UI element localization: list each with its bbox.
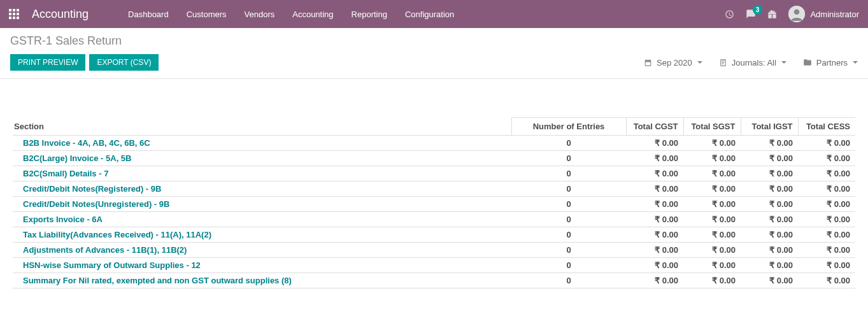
section-link[interactable]: HSN-wise Summary of Outward Supplies - 1… [13, 258, 511, 273]
cell-cess: ₹ 0.00 [798, 166, 855, 181]
section-link[interactable]: Exports Invoice - 6A [13, 212, 511, 227]
filter-date-label: Sep 2020 [657, 58, 692, 67]
cell-entries: 0 [511, 243, 626, 258]
table-row: Credit/Debit Notes(Unregistered) - 9B0₹ … [13, 197, 855, 212]
app-name[interactable]: Accounting [32, 8, 89, 21]
messages-icon[interactable]: 3 [746, 8, 756, 20]
control-panel: GSTR-1 Sales Return PRINT PREVIEW EXPORT… [0, 28, 868, 79]
cell-cgst: ₹ 0.00 [626, 227, 683, 243]
username: Administrator [810, 10, 859, 19]
cell-sgst: ₹ 0.00 [683, 136, 741, 151]
top-navbar: Accounting DashboardCustomersVendorsAcco… [0, 0, 868, 28]
cell-igst: ₹ 0.00 [741, 181, 798, 197]
cell-sgst: ₹ 0.00 [683, 151, 741, 166]
col-igst: Total IGST [741, 118, 798, 136]
messages-badge: 3 [753, 5, 763, 15]
cell-cess: ₹ 0.00 [798, 258, 855, 273]
table-row: Exports Invoice - 6A0₹ 0.00₹ 0.00₹ 0.00₹… [13, 212, 855, 227]
table-row: Tax Liability(Advances Received) - 11(A)… [13, 227, 855, 243]
cell-entries: 0 [511, 151, 626, 166]
cell-igst: ₹ 0.00 [741, 273, 798, 288]
cell-cgst: ₹ 0.00 [626, 136, 683, 151]
apps-icon[interactable] [9, 9, 19, 19]
section-link[interactable]: Credit/Debit Notes(Registered) - 9B [13, 181, 511, 197]
section-link[interactable]: B2B Invoice - 4A, AB, 4C, 6B, 6C [13, 136, 511, 151]
cell-cgst: ₹ 0.00 [626, 166, 683, 181]
cell-sgst: ₹ 0.00 [683, 243, 741, 258]
cell-igst: ₹ 0.00 [741, 197, 798, 212]
nav-item-accounting[interactable]: Accounting [285, 3, 341, 25]
cell-cess: ₹ 0.00 [798, 243, 855, 258]
cell-sgst: ₹ 0.00 [683, 273, 741, 288]
cell-sgst: ₹ 0.00 [683, 197, 741, 212]
col-sgst: Total SGST [683, 118, 741, 136]
table-row: Adjustments of Advances - 11B(1), 11B(2)… [13, 243, 855, 258]
cell-cess: ₹ 0.00 [798, 197, 855, 212]
cell-sgst: ₹ 0.00 [683, 258, 741, 273]
col-cgst: Total CGST [626, 118, 683, 136]
activity-icon[interactable] [725, 8, 734, 20]
cell-entries: 0 [511, 197, 626, 212]
cell-cgst: ₹ 0.00 [626, 243, 683, 258]
cell-entries: 0 [511, 273, 626, 288]
cell-entries: 0 [511, 166, 626, 181]
cell-cgst: ₹ 0.00 [626, 258, 683, 273]
cell-entries: 0 [511, 212, 626, 227]
section-link[interactable]: Credit/Debit Notes(Unregistered) - 9B [13, 197, 511, 212]
cell-sgst: ₹ 0.00 [683, 181, 741, 197]
section-link[interactable]: B2C(Large) Invoice - 5A, 5B [13, 151, 511, 166]
page-title: GSTR-1 Sales Return [10, 34, 858, 48]
avatar [788, 6, 805, 22]
cell-cess: ₹ 0.00 [798, 227, 855, 243]
nav-item-configuration[interactable]: Configuration [397, 3, 462, 25]
cell-igst: ₹ 0.00 [741, 227, 798, 243]
table-row: B2C(Small) Details - 70₹ 0.00₹ 0.00₹ 0.0… [13, 166, 855, 181]
section-link[interactable]: Summary For Nil rated, exempted and non … [13, 273, 511, 288]
cell-cess: ₹ 0.00 [798, 212, 855, 227]
table-row: HSN-wise Summary of Outward Supplies - 1… [13, 258, 855, 273]
table-row: Summary For Nil rated, exempted and non … [13, 273, 855, 288]
section-link[interactable]: B2C(Small) Details - 7 [13, 166, 511, 181]
filter-journals-label: Journals: All [732, 58, 776, 67]
col-entries: Number of Entries [511, 118, 626, 136]
cell-igst: ₹ 0.00 [741, 166, 798, 181]
cell-sgst: ₹ 0.00 [683, 227, 741, 243]
cell-sgst: ₹ 0.00 [683, 212, 741, 227]
svg-point-1 [794, 9, 800, 15]
nav-menu: DashboardCustomersVendorsAccountingRepor… [120, 3, 462, 25]
filter-date[interactable]: Sep 2020 [644, 58, 702, 67]
cell-cess: ₹ 0.00 [798, 151, 855, 166]
nav-item-dashboard[interactable]: Dashboard [120, 3, 176, 25]
cell-sgst: ₹ 0.00 [683, 166, 741, 181]
cell-cgst: ₹ 0.00 [626, 273, 683, 288]
col-section: Section [13, 118, 511, 136]
cell-entries: 0 [511, 136, 626, 151]
cell-cgst: ₹ 0.00 [626, 181, 683, 197]
table-row: Credit/Debit Notes(Registered) - 9B0₹ 0.… [13, 181, 855, 197]
cell-igst: ₹ 0.00 [741, 243, 798, 258]
cell-entries: 0 [511, 227, 626, 243]
chevron-down-icon [853, 61, 858, 64]
nav-item-customers[interactable]: Customers [179, 3, 234, 25]
cell-cess: ₹ 0.00 [798, 136, 855, 151]
export-csv-button[interactable]: EXPORT (CSV) [89, 54, 159, 71]
filter-partners-label: Partners [816, 58, 848, 67]
cell-cgst: ₹ 0.00 [626, 151, 683, 166]
print-preview-button[interactable]: PRINT PREVIEW [10, 54, 85, 71]
nav-item-reporting[interactable]: Reporting [344, 3, 395, 25]
section-link[interactable]: Adjustments of Advances - 11B(1), 11B(2) [13, 243, 511, 258]
filter-journals[interactable]: Journals: All [719, 58, 786, 67]
cell-igst: ₹ 0.00 [741, 151, 798, 166]
chevron-down-icon [781, 61, 786, 64]
gift-icon[interactable] [767, 8, 777, 20]
cell-igst: ₹ 0.00 [741, 212, 798, 227]
user-menu[interactable]: Administrator [788, 6, 859, 22]
section-link[interactable]: Tax Liability(Advances Received) - 11(A)… [13, 227, 511, 243]
chevron-down-icon [697, 61, 702, 64]
cell-cgst: ₹ 0.00 [626, 197, 683, 212]
col-cess: Total CESS [798, 118, 855, 136]
nav-item-vendors[interactable]: Vendors [237, 3, 283, 25]
cell-igst: ₹ 0.00 [741, 136, 798, 151]
cell-entries: 0 [511, 258, 626, 273]
filter-partners[interactable]: Partners [803, 58, 858, 67]
